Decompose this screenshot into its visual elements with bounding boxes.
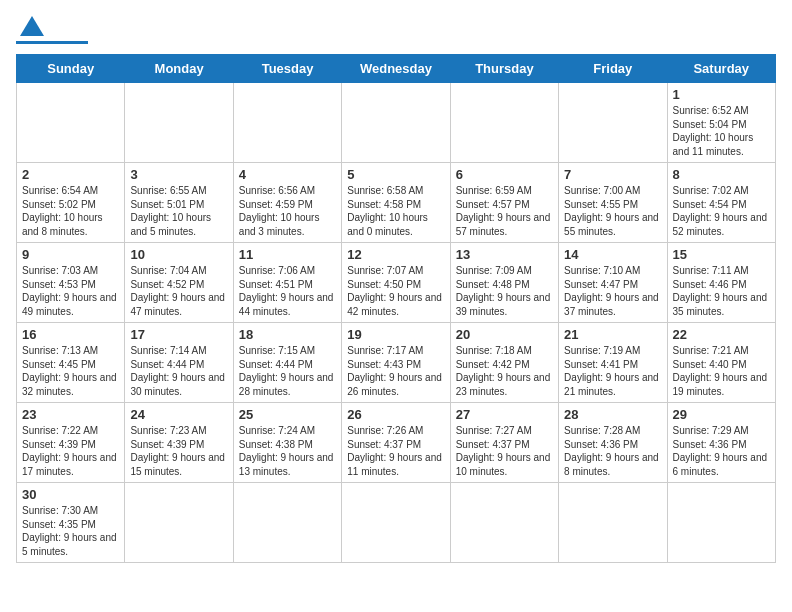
day-number: 17 <box>130 327 227 342</box>
day-number: 11 <box>239 247 336 262</box>
day-number: 4 <box>239 167 336 182</box>
day-info: Sunrise: 7:10 AM Sunset: 4:47 PM Dayligh… <box>564 264 661 318</box>
day-of-week-header: Friday <box>559 55 667 83</box>
calendar-cell: 14Sunrise: 7:10 AM Sunset: 4:47 PM Dayli… <box>559 243 667 323</box>
calendar-cell: 2Sunrise: 6:54 AM Sunset: 5:02 PM Daylig… <box>17 163 125 243</box>
day-info: Sunrise: 7:27 AM Sunset: 4:37 PM Dayligh… <box>456 424 553 478</box>
day-number: 16 <box>22 327 119 342</box>
day-number: 15 <box>673 247 770 262</box>
calendar-cell: 10Sunrise: 7:04 AM Sunset: 4:52 PM Dayli… <box>125 243 233 323</box>
day-info: Sunrise: 7:07 AM Sunset: 4:50 PM Dayligh… <box>347 264 444 318</box>
calendar-cell: 4Sunrise: 6:56 AM Sunset: 4:59 PM Daylig… <box>233 163 341 243</box>
day-info: Sunrise: 6:55 AM Sunset: 5:01 PM Dayligh… <box>130 184 227 238</box>
day-number: 9 <box>22 247 119 262</box>
calendar-cell: 8Sunrise: 7:02 AM Sunset: 4:54 PM Daylig… <box>667 163 775 243</box>
calendar-cell: 23Sunrise: 7:22 AM Sunset: 4:39 PM Dayli… <box>17 403 125 483</box>
day-info: Sunrise: 7:28 AM Sunset: 4:36 PM Dayligh… <box>564 424 661 478</box>
day-info: Sunrise: 6:56 AM Sunset: 4:59 PM Dayligh… <box>239 184 336 238</box>
day-number: 6 <box>456 167 553 182</box>
day-info: Sunrise: 7:26 AM Sunset: 4:37 PM Dayligh… <box>347 424 444 478</box>
day-of-week-header: Sunday <box>17 55 125 83</box>
calendar: SundayMondayTuesdayWednesdayThursdayFrid… <box>16 54 776 563</box>
calendar-cell: 15Sunrise: 7:11 AM Sunset: 4:46 PM Dayli… <box>667 243 775 323</box>
calendar-week-row: 16Sunrise: 7:13 AM Sunset: 4:45 PM Dayli… <box>17 323 776 403</box>
calendar-cell: 9Sunrise: 7:03 AM Sunset: 4:53 PM Daylig… <box>17 243 125 323</box>
calendar-cell <box>667 483 775 563</box>
calendar-cell: 7Sunrise: 7:00 AM Sunset: 4:55 PM Daylig… <box>559 163 667 243</box>
day-info: Sunrise: 7:03 AM Sunset: 4:53 PM Dayligh… <box>22 264 119 318</box>
day-number: 5 <box>347 167 444 182</box>
calendar-cell <box>450 83 558 163</box>
calendar-week-row: 2Sunrise: 6:54 AM Sunset: 5:02 PM Daylig… <box>17 163 776 243</box>
day-info: Sunrise: 7:00 AM Sunset: 4:55 PM Dayligh… <box>564 184 661 238</box>
calendar-cell <box>233 483 341 563</box>
calendar-header-row: SundayMondayTuesdayWednesdayThursdayFrid… <box>17 55 776 83</box>
day-info: Sunrise: 7:13 AM Sunset: 4:45 PM Dayligh… <box>22 344 119 398</box>
day-number: 8 <box>673 167 770 182</box>
calendar-cell <box>125 483 233 563</box>
calendar-cell: 12Sunrise: 7:07 AM Sunset: 4:50 PM Dayli… <box>342 243 450 323</box>
day-of-week-header: Monday <box>125 55 233 83</box>
calendar-week-row: 9Sunrise: 7:03 AM Sunset: 4:53 PM Daylig… <box>17 243 776 323</box>
calendar-cell: 18Sunrise: 7:15 AM Sunset: 4:44 PM Dayli… <box>233 323 341 403</box>
day-info: Sunrise: 7:04 AM Sunset: 4:52 PM Dayligh… <box>130 264 227 318</box>
calendar-cell: 21Sunrise: 7:19 AM Sunset: 4:41 PM Dayli… <box>559 323 667 403</box>
day-number: 29 <box>673 407 770 422</box>
day-number: 27 <box>456 407 553 422</box>
day-info: Sunrise: 6:58 AM Sunset: 4:58 PM Dayligh… <box>347 184 444 238</box>
day-number: 2 <box>22 167 119 182</box>
day-info: Sunrise: 7:24 AM Sunset: 4:38 PM Dayligh… <box>239 424 336 478</box>
day-of-week-header: Tuesday <box>233 55 341 83</box>
day-number: 18 <box>239 327 336 342</box>
day-info: Sunrise: 7:11 AM Sunset: 4:46 PM Dayligh… <box>673 264 770 318</box>
calendar-cell <box>342 83 450 163</box>
day-number: 14 <box>564 247 661 262</box>
calendar-cell: 16Sunrise: 7:13 AM Sunset: 4:45 PM Dayli… <box>17 323 125 403</box>
calendar-cell <box>450 483 558 563</box>
day-info: Sunrise: 7:30 AM Sunset: 4:35 PM Dayligh… <box>22 504 119 558</box>
day-info: Sunrise: 7:17 AM Sunset: 4:43 PM Dayligh… <box>347 344 444 398</box>
day-number: 21 <box>564 327 661 342</box>
day-info: Sunrise: 6:54 AM Sunset: 5:02 PM Dayligh… <box>22 184 119 238</box>
calendar-cell: 3Sunrise: 6:55 AM Sunset: 5:01 PM Daylig… <box>125 163 233 243</box>
day-number: 30 <box>22 487 119 502</box>
day-info: Sunrise: 7:15 AM Sunset: 4:44 PM Dayligh… <box>239 344 336 398</box>
day-number: 13 <box>456 247 553 262</box>
calendar-cell: 1Sunrise: 6:52 AM Sunset: 5:04 PM Daylig… <box>667 83 775 163</box>
day-info: Sunrise: 6:59 AM Sunset: 4:57 PM Dayligh… <box>456 184 553 238</box>
calendar-cell: 11Sunrise: 7:06 AM Sunset: 4:51 PM Dayli… <box>233 243 341 323</box>
calendar-cell: 5Sunrise: 6:58 AM Sunset: 4:58 PM Daylig… <box>342 163 450 243</box>
day-number: 1 <box>673 87 770 102</box>
calendar-cell <box>233 83 341 163</box>
calendar-cell: 25Sunrise: 7:24 AM Sunset: 4:38 PM Dayli… <box>233 403 341 483</box>
day-number: 7 <box>564 167 661 182</box>
day-info: Sunrise: 7:19 AM Sunset: 4:41 PM Dayligh… <box>564 344 661 398</box>
calendar-cell: 27Sunrise: 7:27 AM Sunset: 4:37 PM Dayli… <box>450 403 558 483</box>
day-info: Sunrise: 7:21 AM Sunset: 4:40 PM Dayligh… <box>673 344 770 398</box>
calendar-cell: 17Sunrise: 7:14 AM Sunset: 4:44 PM Dayli… <box>125 323 233 403</box>
day-info: Sunrise: 7:06 AM Sunset: 4:51 PM Dayligh… <box>239 264 336 318</box>
calendar-cell: 22Sunrise: 7:21 AM Sunset: 4:40 PM Dayli… <box>667 323 775 403</box>
calendar-week-row: 1Sunrise: 6:52 AM Sunset: 5:04 PM Daylig… <box>17 83 776 163</box>
calendar-week-row: 23Sunrise: 7:22 AM Sunset: 4:39 PM Dayli… <box>17 403 776 483</box>
day-number: 23 <box>22 407 119 422</box>
day-info: Sunrise: 7:02 AM Sunset: 4:54 PM Dayligh… <box>673 184 770 238</box>
day-info: Sunrise: 7:09 AM Sunset: 4:48 PM Dayligh… <box>456 264 553 318</box>
day-number: 22 <box>673 327 770 342</box>
calendar-cell: 20Sunrise: 7:18 AM Sunset: 4:42 PM Dayli… <box>450 323 558 403</box>
calendar-cell: 13Sunrise: 7:09 AM Sunset: 4:48 PM Dayli… <box>450 243 558 323</box>
logo <box>16 16 88 44</box>
day-number: 26 <box>347 407 444 422</box>
day-info: Sunrise: 7:14 AM Sunset: 4:44 PM Dayligh… <box>130 344 227 398</box>
day-info: Sunrise: 7:22 AM Sunset: 4:39 PM Dayligh… <box>22 424 119 478</box>
day-info: Sunrise: 7:29 AM Sunset: 4:36 PM Dayligh… <box>673 424 770 478</box>
calendar-cell: 28Sunrise: 7:28 AM Sunset: 4:36 PM Dayli… <box>559 403 667 483</box>
calendar-week-row: 30Sunrise: 7:30 AM Sunset: 4:35 PM Dayli… <box>17 483 776 563</box>
calendar-cell: 19Sunrise: 7:17 AM Sunset: 4:43 PM Dayli… <box>342 323 450 403</box>
calendar-cell: 6Sunrise: 6:59 AM Sunset: 4:57 PM Daylig… <box>450 163 558 243</box>
day-number: 3 <box>130 167 227 182</box>
day-number: 20 <box>456 327 553 342</box>
day-info: Sunrise: 7:23 AM Sunset: 4:39 PM Dayligh… <box>130 424 227 478</box>
day-info: Sunrise: 7:18 AM Sunset: 4:42 PM Dayligh… <box>456 344 553 398</box>
day-number: 25 <box>239 407 336 422</box>
